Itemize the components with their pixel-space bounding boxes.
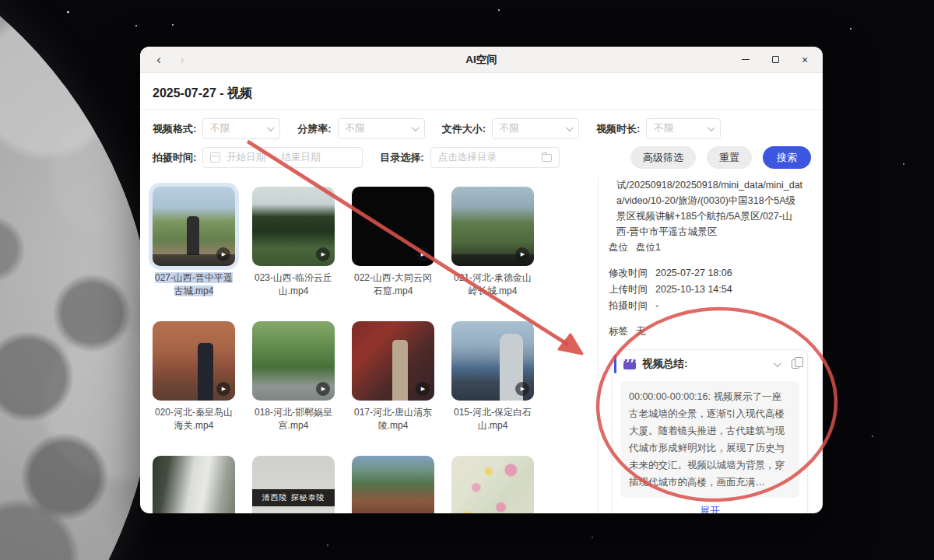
video-thumbnail[interactable]: ▶ [451, 187, 534, 266]
video-item[interactable]: ▶ 017-河北-唐山清东陵.mp4 [352, 321, 434, 432]
video-thumbnail[interactable]: ▶ [451, 456, 534, 513]
person-figure [187, 216, 199, 255]
tags-row: 标签无 [609, 324, 813, 340]
video-item[interactable]: ▶ 020-河北-秦皇岛山海关.mp4 [153, 321, 235, 432]
shot-time-row: 拍摄时间- [609, 298, 813, 314]
window-title: AI空间 [140, 53, 823, 67]
shoot-time-label: 拍摄时间: [153, 151, 196, 165]
video-thumbnail[interactable]: ▶ [153, 187, 235, 266]
chevron-down-icon [412, 124, 420, 131]
chevron-down-icon [267, 124, 275, 131]
duration-select[interactable]: 不限 [646, 118, 721, 139]
clapperboard-icon [623, 359, 636, 369]
video-filename: 023-山西-临汾云丘山.mp4 [252, 271, 335, 298]
advanced-filter-button[interactable]: 高级筛选 [630, 146, 696, 169]
accent-bar [614, 355, 616, 373]
video-filename: 027-山西-晋中平遥古城.mp4 [153, 271, 235, 298]
star [903, 163, 904, 165]
detail-panel: 试/20250918/20250918/mini_data/mini_data/… [609, 177, 813, 513]
maximize-button[interactable] [770, 54, 781, 65]
play-icon[interactable]: ▶ [515, 382, 529, 396]
video-thumbnail[interactable]: ▶ [352, 456, 434, 513]
video-thumbnail[interactable]: ▶ [352, 321, 434, 401]
date-range-input[interactable]: 开始日期 - 结束日期 [202, 147, 363, 168]
star [67, 11, 69, 13]
expand-link[interactable]: 展开 [613, 505, 807, 513]
uploaded-row: 上传时间2025-10-13 14:54 [609, 282, 813, 298]
video-item[interactable]: ▶ 022-山西-大同云冈石窟.mp4 [352, 187, 434, 298]
star [327, 544, 328, 546]
summary-header: 视频总结: [613, 350, 807, 378]
folder-icon[interactable] [542, 154, 552, 162]
modified-row: 修改时间2025-07-27 18:06 [609, 265, 813, 282]
video-grid: ▶ 027-山西-晋中平遥古城.mp4 ▶ 023-山西-临汾云丘山.mp4 ▶… [153, 187, 593, 513]
minimize-button[interactable] [740, 54, 751, 65]
video-filename: 015-河北-保定白石山.mp4 [451, 406, 534, 432]
divider [140, 109, 823, 110]
video-thumbnail[interactable]: ▶ [252, 321, 335, 401]
video-thumbnail[interactable]: 清西陵 探秘泰陵 ▶ [252, 456, 335, 513]
play-icon[interactable]: ▶ [515, 247, 529, 261]
person-figure [198, 343, 213, 401]
video-item[interactable]: ▶ 021-河北-承德金山岭长城.mp4 [451, 187, 534, 298]
disk-row: 盘位盘位1 [609, 240, 813, 256]
play-icon[interactable]: ▶ [216, 382, 230, 396]
copy-icon[interactable] [792, 359, 799, 369]
star [172, 24, 174, 26]
video-item[interactable]: ▶ 015-河北-保定白石山.mp4 [451, 321, 534, 432]
video-thumbnail[interactable]: ▶ [252, 187, 335, 266]
video-item[interactable]: ▶ 023-山西-临汾云丘山.mp4 [252, 187, 335, 298]
calligraphy-overlay: 清西陵 探秘泰陵 [252, 489, 335, 506]
video-filename: 020-河北-秦皇岛山海关.mp4 [153, 406, 235, 432]
video-item[interactable]: ▶ [153, 456, 235, 513]
format-label: 视频格式: [153, 122, 196, 136]
video-thumbnail[interactable]: ▶ [352, 187, 434, 266]
filesize-label: 文件大小: [442, 122, 486, 136]
video-thumbnail[interactable]: ▶ [451, 321, 534, 401]
page-title: 2025-07-27 - 视频 [153, 86, 252, 102]
star [592, 537, 593, 538]
star [850, 28, 851, 30]
file-path: 试/20250918/20250918/mini_data/mini_data/… [609, 177, 805, 240]
video-item[interactable]: 清西陵 探秘泰陵 ▶ [252, 456, 335, 513]
chevron-down-icon [566, 124, 574, 131]
moon-background [0, 0, 156, 560]
star [498, 9, 500, 11]
directory-label: 目录选择: [380, 151, 423, 165]
video-thumbnail[interactable]: ▶ [153, 456, 235, 513]
video-filename: 018-河北-邯郸娲皇宫.mp4 [252, 406, 335, 432]
duration-label: 视频时长: [596, 122, 640, 136]
summary-text: 00:00:00-00:00:16: 视频展示了一座古老城墙的全景，逐渐引入现代… [620, 381, 799, 498]
video-item-selected[interactable]: ▶ 027-山西-晋中平遥古城.mp4 [153, 187, 235, 298]
calendar-icon [210, 152, 220, 163]
chevron-down-icon [708, 124, 715, 131]
app-window: ‹ › AI空间 × 2025-07-27 - 视频 视频格式: 不限 分辨率:… [140, 47, 823, 513]
format-select[interactable]: 不限 [202, 118, 280, 139]
video-filename: 021-河北-承德金山岭长城.mp4 [451, 271, 534, 298]
star [872, 436, 873, 437]
filesize-select[interactable]: 不限 [492, 118, 579, 139]
reset-button[interactable]: 重置 [707, 146, 752, 169]
video-thumbnail[interactable]: ▶ [153, 321, 235, 401]
search-button[interactable]: 搜索 [763, 146, 811, 169]
directory-input[interactable]: 点击选择目录 [430, 147, 560, 168]
play-icon[interactable]: ▶ [316, 382, 330, 396]
video-filename: 017-河北-唐山清东陵.mp4 [352, 406, 434, 432]
person-figure [392, 340, 408, 401]
video-filename: 022-山西-大同云冈石窟.mp4 [352, 271, 434, 298]
play-icon[interactable]: ▶ [216, 247, 230, 261]
resolution-label: 分辨率: [297, 122, 331, 136]
title-bar: ‹ › AI空间 × [140, 47, 823, 73]
collapse-chevron-icon[interactable] [774, 359, 781, 367]
close-button[interactable]: × [799, 54, 810, 65]
play-icon[interactable]: ▶ [416, 382, 430, 396]
resolution-select[interactable]: 不限 [338, 118, 425, 139]
video-summary-card: 视频总结: 00:00:00-00:00:16: 视频展示了一座古老城墙的全景，… [612, 349, 808, 513]
star [135, 25, 137, 26]
video-item[interactable]: ▶ 018-河北-邯郸娲皇宫.mp4 [252, 321, 335, 432]
play-icon[interactable]: ▶ [316, 247, 330, 261]
video-item[interactable]: ▶ [352, 456, 434, 513]
play-icon[interactable]: ▶ [416, 247, 430, 261]
video-item[interactable]: ▶ [451, 456, 534, 513]
panel-divider [598, 177, 599, 513]
